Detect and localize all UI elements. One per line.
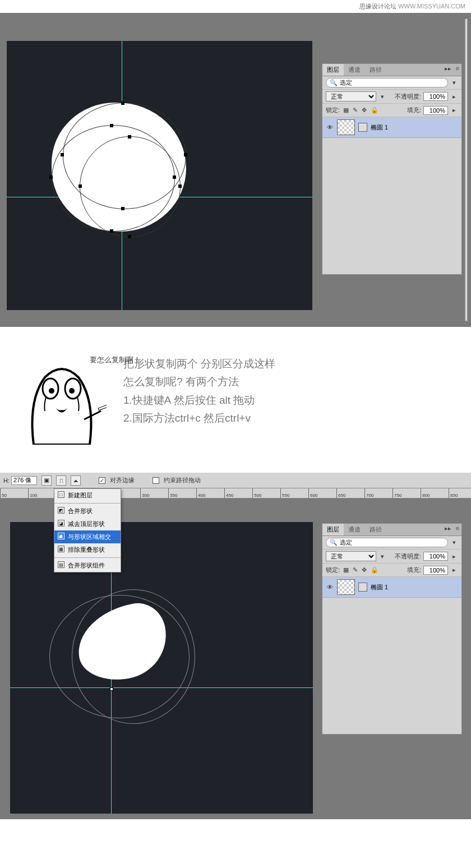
blend-mode-select[interactable]: 正常	[326, 551, 376, 561]
layer-filter[interactable]: 🔍	[326, 538, 448, 547]
dropdown-icon[interactable]: ▾	[378, 552, 386, 561]
tab-channels[interactable]: 通道	[344, 64, 365, 76]
lock-all-icon[interactable]: 🔒	[371, 566, 378, 573]
visibility-eye-icon[interactable]: 👁	[326, 584, 334, 590]
filter-input[interactable]	[340, 539, 444, 546]
menu-merge-components[interactable]: ▤合并形状组件	[54, 559, 121, 572]
dropdown-icon[interactable]: ▾	[378, 92, 386, 101]
menu-subtract[interactable]: ◪减去顶层形状	[54, 518, 121, 530]
meme-caption: 要怎么复制啊！	[90, 355, 141, 365]
layer-thumbnail[interactable]	[337, 119, 355, 135]
lock-label: 锁定:	[326, 566, 340, 574]
fill-value[interactable]: 100%	[423, 566, 448, 575]
collapse-icon[interactable]: ▸▸	[442, 64, 454, 76]
vector-mask-thumbnail[interactable]	[358, 123, 367, 132]
scrollbar[interactable]	[465, 19, 468, 321]
lock-transparency-icon[interactable]: ▦	[343, 566, 349, 573]
anchor-point[interactable]	[61, 153, 64, 156]
instruction-line: 2.国际方法ctrl+c 然后ctrl+v	[123, 409, 454, 427]
tab-channels[interactable]: 通道	[344, 524, 365, 535]
ruler-tick: 650	[336, 488, 364, 498]
anchor-point[interactable]	[121, 101, 124, 105]
ruler-tick: 850	[449, 488, 471, 498]
watermark: 思缘设计论坛 WWW.MISSYUAN.COM	[0, 0, 471, 13]
canvas-area[interactable]	[7, 41, 312, 310]
layer-list: 👁 椭圆 1	[322, 117, 461, 274]
svg-point-3	[69, 388, 75, 394]
chevron-icon[interactable]: ▸	[450, 552, 458, 561]
tab-layers[interactable]: 图层	[322, 64, 344, 76]
anchor-point[interactable]	[110, 687, 113, 691]
menu-new-layer[interactable]: □新建图层	[54, 489, 121, 502]
layers-panel: 图层 通道 路径 ▸▸ ≡ 🔍 ▾ 正常 ▾ 不透明度: 100% ▸ 锁定: …	[322, 523, 462, 735]
vector-mask-thumbnail[interactable]	[358, 583, 367, 592]
anchor-point[interactable]	[49, 176, 53, 179]
lock-all-icon[interactable]: 🔒	[371, 107, 378, 113]
collapse-icon[interactable]: ▸▸	[442, 524, 454, 535]
anchor-point[interactable]	[128, 235, 131, 238]
lock-pixels-icon[interactable]: ✎	[353, 107, 358, 113]
filter-dropdown-icon[interactable]: ▾	[450, 78, 458, 87]
ruler-tick: 400	[196, 488, 224, 498]
anchor-point[interactable]	[178, 184, 182, 188]
path-operations-menu: □新建图层 ◩合并形状 ◪减去顶层形状 ▣与形状区域相交 ▦排除重叠形状 ▤合并…	[54, 488, 121, 572]
layer-name[interactable]: 椭圆 1	[371, 123, 458, 132]
opacity-value[interactable]: 100%	[423, 552, 448, 561]
height-input[interactable]	[11, 476, 37, 485]
lock-pixels-icon[interactable]: ✎	[353, 566, 358, 573]
visibility-eye-icon[interactable]: 👁	[326, 124, 334, 131]
layer-thumbnail[interactable]	[337, 579, 355, 595]
menu-exclude[interactable]: ▦排除重叠形状	[54, 543, 121, 556]
panel-menu-icon[interactable]: ≡	[454, 64, 461, 76]
pathop-button[interactable]: ▣	[41, 475, 52, 486]
menu-intersect[interactable]: ▣与形状区域相交	[54, 530, 121, 543]
ellipse-path-3[interactable]	[80, 136, 181, 237]
tab-paths[interactable]: 路径	[365, 64, 386, 76]
instruction-text: 把形状复制两个 分别区分成这样 怎么复制呢? 有两个方法 1.快捷键A 然后按住…	[123, 355, 454, 427]
anchor-point[interactable]	[78, 184, 82, 188]
layer-filter[interactable]: 🔍	[326, 78, 448, 87]
blend-mode-select[interactable]: 正常	[326, 91, 376, 101]
screenshot-2: H: ▣ ⎍ ⏶ ✓ 对齐边缘 约束路径拖动 □新建图层 ◩合并形状 ◪减去顶层…	[0, 473, 471, 819]
ruler-tick: 50	[0, 488, 28, 498]
tab-paths[interactable]: 路径	[365, 524, 386, 535]
lock-transparency-icon[interactable]: ▦	[343, 107, 349, 113]
layer-row[interactable]: 👁 椭圆 1	[322, 577, 461, 598]
layer-name[interactable]: 椭圆 1	[371, 583, 458, 592]
align-edges-checkbox[interactable]: ✓	[99, 477, 105, 484]
panel-tabs: 图层 通道 路径 ▸▸ ≡	[322, 524, 461, 536]
anchor-point[interactable]	[110, 124, 113, 127]
ruler-tick: 100	[28, 488, 56, 498]
layers-panel: 图层 通道 路径 ▸▸ ≡ 🔍 ▾ 正常 ▾ 不透明度: 100% ▸ 锁定: …	[322, 63, 462, 275]
opacity-label: 不透明度:	[395, 552, 421, 561]
anchor-point[interactable]	[110, 229, 113, 233]
fill-value[interactable]: 100%	[423, 106, 448, 115]
filter-dropdown-icon[interactable]: ▾	[450, 538, 458, 547]
instruction-block: 要怎么复制啊！ 把形状复制两个 分别区分成这样 怎么复制呢? 有两个方法 1.快…	[0, 327, 471, 473]
ellipse-outline-2[interactable]	[72, 589, 195, 724]
chevron-icon[interactable]: ▸	[450, 105, 458, 115]
fill-label: 填充:	[407, 566, 421, 574]
opacity-label: 不透明度:	[395, 93, 421, 101]
arrange-button[interactable]: ⏶	[71, 475, 81, 486]
constrain-checkbox[interactable]	[153, 477, 159, 484]
anchor-point[interactable]	[173, 176, 176, 179]
menu-combine[interactable]: ◩合并形状	[54, 505, 121, 518]
filter-input[interactable]	[340, 80, 444, 86]
instruction-line: 怎么复制呢? 有两个方法	[123, 373, 454, 391]
chevron-icon[interactable]: ▸	[450, 92, 458, 101]
anchor-point[interactable]	[184, 153, 187, 156]
panel-menu-icon[interactable]: ≡	[454, 524, 461, 535]
align-edges-label: 对齐边缘	[110, 476, 135, 484]
search-icon: 🔍	[330, 79, 338, 86]
opacity-value[interactable]: 100%	[423, 92, 448, 101]
chevron-icon[interactable]: ▸	[450, 565, 458, 575]
meme-image: 要怎么复制啊！	[17, 355, 107, 445]
layer-row[interactable]: 👁 椭圆 1	[322, 117, 461, 138]
lock-position-icon[interactable]: ✥	[362, 566, 367, 573]
align-button[interactable]: ⎍	[56, 475, 66, 486]
anchor-point[interactable]	[128, 135, 131, 138]
lock-position-icon[interactable]: ✥	[362, 107, 367, 113]
anchor-point[interactable]	[121, 207, 124, 210]
tab-layers[interactable]: 图层	[322, 524, 344, 535]
